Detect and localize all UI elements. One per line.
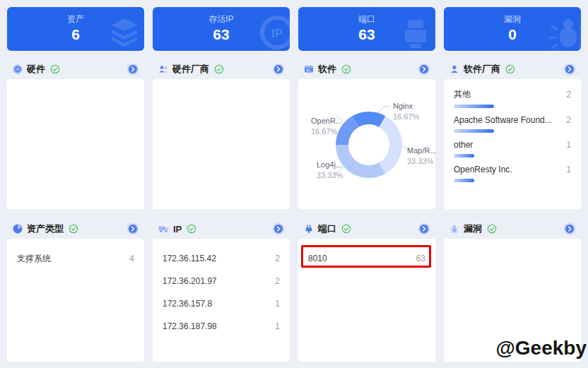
item-label: 172.36.201.97 <box>163 276 217 286</box>
vendor-name: OpenResty Inc. <box>454 165 512 174</box>
item-count: 1 <box>275 321 280 331</box>
list-item[interactable]: 172.36.115.42 2 <box>153 247 290 270</box>
panel-header-vulnerability: 漏洞 <box>444 221 581 237</box>
donut-label-openr: OpenR... 16.67% <box>311 116 342 137</box>
vendor-row[interactable]: Apache Software Found... 2 <box>444 108 581 133</box>
check-circle-icon <box>214 64 224 74</box>
chevron-right-button[interactable] <box>564 64 575 75</box>
panel-body-hardware-vendor <box>153 79 290 209</box>
panel-title: 硬件厂商 <box>172 63 209 76</box>
panel-header-hardware-vendor: 硬件厂商 <box>153 61 290 77</box>
vulnerability-bug-icon <box>449 224 459 234</box>
vendor-count: 2 <box>566 115 571 125</box>
stat-card-label: 资产 <box>7 13 144 25</box>
item-label: 8010 <box>308 254 327 263</box>
panel-body-port: 8010 63 <box>298 239 435 362</box>
vendor-row[interactable]: OpenResty Inc. 1 <box>444 158 581 182</box>
donut-label-nginx: Nginx 16.67% <box>393 101 419 122</box>
people-icon <box>158 64 168 74</box>
panel-header-asset-type: 资产类型 <box>7 221 144 237</box>
panel-title: 软件 <box>318 63 336 76</box>
vendor-count: 2 <box>566 90 571 100</box>
panel-title: IP <box>173 224 182 235</box>
panel-header-port: 端口 <box>298 221 435 237</box>
donut-connector-nginx <box>377 107 390 113</box>
chevron-right-button[interactable] <box>564 223 575 235</box>
list-item[interactable]: 172.36.201.97 2 <box>153 270 290 292</box>
check-circle-icon <box>341 224 351 234</box>
watermark: @Geekby <box>496 337 587 360</box>
vendor-count: 1 <box>566 140 571 150</box>
stat-card-label: 存活IP <box>153 13 290 25</box>
vendor-name: 其他 <box>454 88 471 100</box>
check-circle-icon <box>187 224 196 234</box>
dashboard-page: 资产 6 存活IP 63 IP 端口 63 漏洞 0 <box>0 0 588 368</box>
chevron-right-button[interactable] <box>418 64 430 75</box>
list-item[interactable]: 8010 63 <box>298 247 435 270</box>
check-circle-icon <box>69 224 78 234</box>
stat-card-label: 漏洞 <box>444 13 581 25</box>
software-vendor-list: 其他 2 Apache Software Found... 2 other 1 … <box>444 79 581 182</box>
chevron-right-button[interactable] <box>418 223 430 235</box>
panel-body-asset-type: 支撑系统 4 <box>7 239 144 362</box>
panel-title: 软件厂商 <box>464 63 500 76</box>
item-count: 63 <box>416 254 425 263</box>
panel-header-software: 软件 <box>298 61 435 77</box>
item-count: 2 <box>275 276 280 286</box>
panel-body-software: Nginx 16.67% Map/R... 33.33% Log4j... 33… <box>298 79 435 209</box>
item-count: 1 <box>275 299 280 309</box>
port-icon <box>304 224 314 234</box>
item-count: 2 <box>275 254 280 263</box>
stat-card-value: 6 <box>7 25 144 43</box>
check-circle-icon <box>341 64 351 74</box>
software-donut-chart: Nginx 16.67% Map/R... 33.33% Log4j... 33… <box>298 79 435 209</box>
asset-type-icon <box>13 224 23 234</box>
donut-segment-1[interactable] <box>380 116 403 173</box>
donut-label-mapr: Map/R... 33.33% <box>407 146 437 167</box>
chevron-right-button[interactable] <box>273 64 284 75</box>
list-item[interactable]: 支撑系统 4 <box>7 247 144 270</box>
list-item[interactable]: 172.36.157.8 1 <box>153 292 290 315</box>
stat-card-ports[interactable]: 端口 63 <box>298 7 435 51</box>
panel-title: 端口 <box>318 222 336 235</box>
vendor-name: other <box>454 140 473 150</box>
item-count: 4 <box>129 254 134 263</box>
donut-label-log4j: Log4j... 33.33% <box>317 160 343 181</box>
panel-title: 硬件 <box>27 63 45 76</box>
donut-svg <box>298 79 435 209</box>
list-item[interactable]: 172.36.187.98 1 <box>153 315 290 338</box>
vendor-row[interactable]: 其他 2 <box>444 81 581 108</box>
ip-icon <box>158 224 169 234</box>
stat-card-value: 0 <box>444 25 581 43</box>
panel-header-software-vendor: 软件厂商 <box>444 61 581 77</box>
check-circle-icon <box>487 224 497 234</box>
panel-body-ip: 172.36.115.42 2 172.36.201.97 2 172.36.1… <box>153 239 290 362</box>
hardware-icon <box>13 64 23 74</box>
person-icon <box>449 64 459 74</box>
item-label: 支撑系统 <box>17 253 51 265</box>
chevron-right-button[interactable] <box>127 64 139 75</box>
item-label: 172.36.157.8 <box>163 299 212 309</box>
stat-card-alive-ip[interactable]: 存活IP 63 IP <box>153 7 290 51</box>
panel-body-hardware <box>7 79 144 209</box>
stat-card-label: 端口 <box>298 13 435 25</box>
vendor-bar-fill <box>454 179 474 182</box>
chevron-right-button[interactable] <box>127 223 139 235</box>
panel-header-hardware: 硬件 <box>7 61 144 77</box>
check-circle-icon <box>505 64 515 74</box>
vendor-row[interactable]: other 1 <box>444 133 581 158</box>
window-icon <box>304 64 314 74</box>
vendor-name: Apache Software Found... <box>454 115 552 125</box>
panel-header-ip: IP <box>153 221 290 237</box>
donut-segment-2[interactable] <box>336 145 386 178</box>
chevron-right-button[interactable] <box>273 223 284 235</box>
check-circle-icon <box>50 64 60 74</box>
item-label: 172.36.115.42 <box>163 254 216 263</box>
stat-card-value: 63 <box>153 25 290 43</box>
item-label: 172.36.187.98 <box>163 321 217 331</box>
stat-card-value: 63 <box>298 25 435 43</box>
stat-card-assets[interactable]: 资产 6 <box>7 7 144 51</box>
panel-title: 资产类型 <box>27 222 64 235</box>
stat-card-vulns[interactable]: 漏洞 0 <box>444 7 581 51</box>
panel-title: 漏洞 <box>464 222 482 235</box>
